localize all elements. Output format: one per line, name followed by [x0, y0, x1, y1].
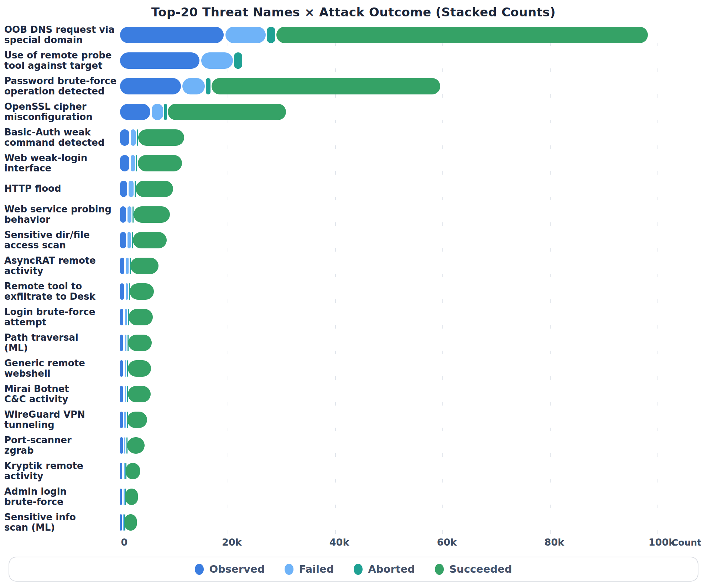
bar-segment-failed[interactable] [128, 232, 131, 248]
bar-segment-succeeded[interactable] [212, 78, 441, 94]
gridline-notch [335, 299, 336, 303]
bar-segment-observed[interactable] [120, 181, 127, 197]
gridline-notch [657, 530, 658, 534]
bar-segment-failed[interactable] [129, 181, 134, 197]
gridline-notch [228, 351, 228, 354]
bar-segment-succeeded[interactable] [128, 335, 152, 351]
bar-segment-failed[interactable] [225, 27, 266, 43]
gridline-notch [228, 453, 228, 457]
bar-segment-failed[interactable] [124, 412, 126, 428]
bar-segment-observed[interactable] [120, 258, 124, 274]
gridline-notch [335, 453, 336, 457]
bar-segment-failed[interactable] [152, 104, 163, 120]
bar-segment-succeeded[interactable] [133, 232, 167, 248]
bar-row: Use of remote probe tool against target [0, 48, 707, 73]
bar-segment-aborted[interactable] [267, 27, 275, 43]
gridline-notch [550, 94, 551, 98]
bar-segment-observed[interactable] [120, 386, 123, 402]
bar-segment-succeeded[interactable] [127, 437, 145, 454]
gridline-notch [550, 428, 551, 431]
bar-segment-failed[interactable] [182, 78, 205, 94]
bar-segment-succeeded[interactable] [125, 514, 137, 531]
bar-row: Mirai Botnet C&C activity [0, 381, 707, 407]
bar-segment-observed[interactable] [120, 155, 129, 171]
bar-segment-observed[interactable] [120, 206, 126, 223]
bar-segment-succeeded[interactable] [127, 412, 147, 428]
chart-title: Top-20 Threat Names × Attack Outcome (St… [0, 5, 707, 19]
bar-segment-failed[interactable] [125, 309, 127, 325]
gridline-notch [550, 43, 551, 46]
bar-segment-observed[interactable] [120, 412, 123, 428]
bar-row: OpenSSL cipher misconfiguration [0, 99, 707, 125]
bar-segment-observed[interactable] [120, 514, 122, 531]
bar-segment-failed[interactable] [126, 258, 129, 274]
legend-item-failed[interactable]: Failed [285, 563, 334, 575]
bar-segment-failed[interactable] [128, 206, 131, 223]
threat-label: Kryptik remote activity [0, 458, 120, 484]
bar-segment-failed[interactable] [126, 283, 128, 300]
bar-segment-succeeded[interactable] [130, 283, 154, 300]
bar-segment-observed[interactable] [120, 104, 150, 120]
bar-segment-observed[interactable] [120, 360, 123, 377]
bar-segment-failed[interactable] [125, 360, 126, 377]
bar-segment-succeeded[interactable] [276, 27, 648, 43]
bar-segment-aborted[interactable] [234, 52, 242, 69]
bar-segment-aborted[interactable] [164, 104, 167, 120]
bar-segment-succeeded[interactable] [134, 206, 170, 223]
bar-segment-succeeded[interactable] [129, 309, 153, 325]
bar-segment-observed[interactable] [120, 283, 124, 300]
gridline-notch [550, 376, 551, 380]
bar-segment-observed[interactable] [120, 489, 122, 505]
bar-segment-observed[interactable] [120, 27, 224, 43]
gridline-notch [657, 325, 658, 329]
bar-segment-observed[interactable] [120, 78, 181, 94]
bar-segment-succeeded[interactable] [130, 258, 158, 274]
bar-segment-observed[interactable] [120, 437, 123, 454]
bar-segment-succeeded[interactable] [128, 386, 151, 402]
bar-segment-aborted[interactable] [137, 129, 138, 146]
bar-segment-observed[interactable] [120, 309, 123, 325]
gridline-notch [442, 376, 443, 380]
gridline-notch [335, 171, 336, 175]
bar-segment-failed[interactable] [131, 155, 135, 171]
bar-row: Sensitive info scan (ML) [0, 510, 707, 535]
bar-segment-succeeded[interactable] [125, 489, 138, 505]
bar-segment-succeeded[interactable] [126, 463, 140, 479]
bar-row: Web weak-login interface [0, 150, 707, 176]
gridline-notch [657, 274, 658, 277]
bar-segment-observed[interactable] [120, 335, 123, 351]
bar-segment-failed[interactable] [125, 335, 126, 351]
bar-segment-failed[interactable] [201, 52, 233, 69]
bar-segment-observed[interactable] [120, 52, 199, 69]
legend-item-succeeded[interactable]: Succeeded [435, 563, 512, 575]
gridline-notch [550, 479, 551, 483]
bar-segment-succeeded[interactable] [138, 155, 182, 171]
bar-segment-failed[interactable] [125, 386, 126, 402]
bar-segment-succeeded[interactable] [138, 129, 184, 146]
bar-segment-observed[interactable] [120, 463, 122, 479]
legend-marker-icon [354, 564, 363, 575]
bar-segment-observed[interactable] [120, 129, 129, 146]
gridline-notch [657, 248, 658, 252]
gridline-notch [442, 351, 443, 354]
bar-segment-aborted[interactable] [136, 155, 137, 171]
legend-marker-icon [285, 564, 293, 575]
gridline-notch [657, 351, 658, 354]
bar-segment-observed[interactable] [120, 232, 126, 248]
gridline-notch [335, 120, 336, 123]
bar-segment-succeeded[interactable] [168, 104, 286, 120]
bar-segment-failed[interactable] [124, 489, 125, 505]
threat-label: AsyncRAT remote activity [0, 253, 120, 279]
bar-segment-aborted[interactable] [206, 78, 210, 94]
bar-segment-failed[interactable] [131, 129, 136, 146]
bar-segment-succeeded[interactable] [136, 181, 173, 197]
bar-segment-succeeded[interactable] [128, 360, 151, 377]
bar-segment-failed[interactable] [124, 437, 125, 454]
legend-item-observed[interactable]: Observed [195, 563, 265, 575]
bar-segment-failed[interactable] [124, 463, 125, 479]
gridline-notch [550, 274, 551, 277]
gridline-notch [550, 299, 551, 303]
legend-item-aborted[interactable]: Aborted [354, 563, 415, 575]
gridline-notch [228, 197, 228, 200]
gridline-notch [442, 530, 443, 534]
